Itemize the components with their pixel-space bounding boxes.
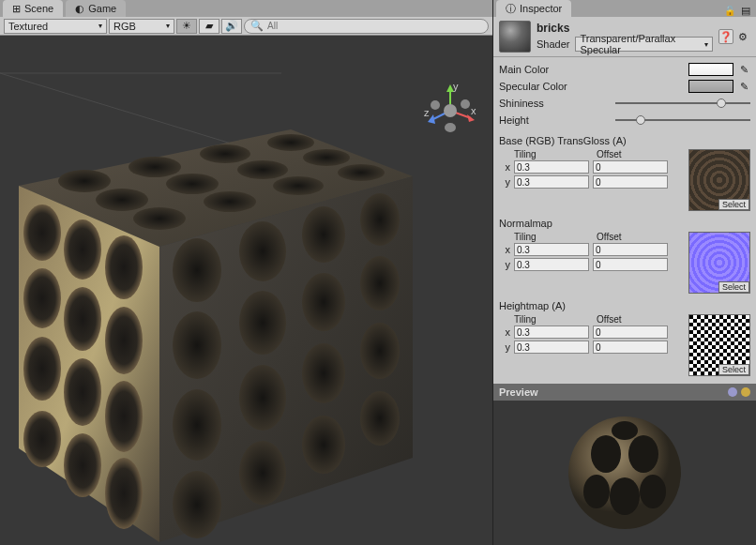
height-texture-slot[interactable]: Select bbox=[688, 314, 750, 376]
svg-point-30 bbox=[173, 238, 221, 302]
svg-point-19 bbox=[64, 220, 101, 280]
svg-text:y: y bbox=[453, 83, 459, 92]
svg-point-34 bbox=[173, 311, 221, 379]
axis-x: x bbox=[499, 244, 510, 255]
svg-point-22 bbox=[64, 287, 101, 351]
normal-tiling-y[interactable] bbox=[514, 258, 589, 271]
orientation-gizmo[interactable]: y x z bbox=[422, 83, 478, 139]
material-header: bricks Shader Transparent/Parallax Specu… bbox=[493, 17, 756, 57]
base-offset-y[interactable] bbox=[593, 175, 668, 189]
specular-color-label: Specular Color bbox=[499, 81, 612, 92]
height-offset-y[interactable] bbox=[593, 341, 668, 354]
svg-point-18 bbox=[23, 204, 61, 261]
settings-button[interactable]: ⚙ bbox=[735, 29, 750, 44]
grid-icon: ⊞ bbox=[12, 3, 21, 15]
svg-point-9 bbox=[267, 134, 314, 151]
svg-point-27 bbox=[23, 411, 61, 467]
lock-icon[interactable]: 🔓 bbox=[724, 6, 735, 16]
svg-point-11 bbox=[166, 174, 219, 194]
svg-point-41 bbox=[360, 323, 400, 379]
height-tiling-y[interactable] bbox=[514, 341, 589, 354]
svg-point-8 bbox=[200, 144, 250, 163]
material-properties: Main Color ✎ Specular Color ✎ Shininess … bbox=[493, 57, 756, 384]
inspector-tab-label: Inspector bbox=[520, 3, 562, 14]
axis-x: x bbox=[499, 326, 510, 338]
svg-point-12 bbox=[237, 160, 288, 179]
base-tiling-y[interactable] bbox=[514, 175, 589, 189]
base-tex-label: Base (RGB) TransGloss (A) bbox=[499, 132, 750, 149]
inspector-tab[interactable]: ⓘ Inspector bbox=[496, 0, 571, 17]
chevron-down-icon: ▾ bbox=[166, 22, 170, 30]
main-color-swatch[interactable] bbox=[688, 63, 733, 76]
context-menu-icon[interactable]: ▤ bbox=[741, 5, 750, 17]
svg-point-61 bbox=[628, 435, 658, 473]
svg-point-15 bbox=[204, 191, 256, 212]
preview-label: Preview bbox=[499, 386, 538, 398]
render-mode-dropdown[interactable]: Textured ▾ bbox=[4, 19, 107, 34]
svg-point-21 bbox=[23, 268, 61, 328]
material-thumb bbox=[499, 21, 531, 53]
svg-point-24 bbox=[23, 337, 61, 401]
svg-point-29 bbox=[105, 458, 143, 529]
eyedropper-icon: ✎ bbox=[740, 64, 748, 76]
normal-texture-slot[interactable]: Select bbox=[688, 232, 750, 294]
svg-point-26 bbox=[105, 381, 143, 452]
skybox-toggle[interactable]: ▰ bbox=[199, 19, 219, 34]
svg-point-57 bbox=[431, 100, 440, 110]
svg-point-7 bbox=[129, 157, 181, 177]
svg-point-25 bbox=[64, 358, 101, 426]
svg-point-10 bbox=[96, 189, 148, 211]
search-input[interactable] bbox=[267, 21, 482, 31]
lighting-toggle[interactable]: ☀ bbox=[176, 19, 197, 34]
normal-offset-y[interactable] bbox=[593, 258, 668, 271]
normal-select-button[interactable]: Select bbox=[718, 281, 749, 293]
svg-point-42 bbox=[173, 471, 221, 538]
eyedropper-button[interactable]: ✎ bbox=[737, 63, 750, 76]
height-slider[interactable] bbox=[615, 114, 750, 127]
svg-point-13 bbox=[303, 149, 350, 166]
svg-point-65 bbox=[612, 421, 638, 440]
audio-toggle[interactable]: 🔊 bbox=[221, 19, 242, 34]
preview-sphere-button[interactable] bbox=[728, 387, 737, 397]
base-offset-x[interactable] bbox=[593, 160, 668, 174]
offset-header: Offset bbox=[597, 314, 679, 325]
eyedropper-button[interactable]: ✎ bbox=[737, 80, 750, 93]
shader-dropdown[interactable]: Transparent/Parallax Specular ▾ bbox=[575, 37, 713, 52]
base-select-button[interactable]: Select bbox=[718, 199, 749, 210]
scene-tab[interactable]: ⊞ Scene bbox=[3, 0, 63, 17]
height-tex-label: Heightmap (A) bbox=[499, 297, 750, 314]
svg-point-55 bbox=[444, 104, 457, 117]
search-field[interactable]: 🔍 bbox=[244, 19, 489, 34]
main-color-label: Main Color bbox=[499, 64, 612, 75]
svg-point-20 bbox=[105, 235, 143, 299]
axis-y: y bbox=[499, 176, 510, 188]
normal-offset-x[interactable] bbox=[593, 243, 668, 256]
help-button[interactable]: ❓ bbox=[718, 29, 733, 44]
svg-point-44 bbox=[302, 416, 345, 474]
book-icon: ❓ bbox=[719, 31, 733, 43]
shininess-label: Shininess bbox=[499, 98, 612, 109]
svg-point-40 bbox=[302, 343, 345, 403]
preview-viewport[interactable] bbox=[493, 401, 756, 545]
shininess-slider[interactable] bbox=[615, 97, 750, 110]
base-texture-slot[interactable]: Select bbox=[688, 149, 750, 211]
chevron-down-icon: ▾ bbox=[704, 40, 708, 49]
height-label: Height bbox=[499, 114, 612, 126]
preview-header[interactable]: Preview bbox=[493, 384, 756, 401]
svg-point-14 bbox=[133, 207, 186, 230]
shader-label: Shader bbox=[537, 38, 569, 50]
height-offset-x[interactable] bbox=[593, 325, 668, 339]
scene-viewport[interactable]: y x z bbox=[0, 36, 492, 545]
svg-point-36 bbox=[302, 273, 345, 331]
channel-dropdown[interactable]: RGB ▾ bbox=[109, 19, 174, 34]
offset-header: Offset bbox=[597, 232, 679, 242]
game-tab[interactable]: ◐ Game bbox=[66, 0, 126, 17]
base-tiling-x[interactable] bbox=[514, 160, 589, 174]
preview-light-button[interactable] bbox=[741, 387, 750, 397]
svg-point-33 bbox=[360, 193, 400, 246]
axis-x: x bbox=[499, 161, 510, 173]
height-select-button[interactable]: Select bbox=[718, 364, 749, 375]
height-tiling-x[interactable] bbox=[514, 325, 589, 339]
specular-color-swatch[interactable] bbox=[688, 80, 733, 93]
normal-tiling-x[interactable] bbox=[514, 243, 589, 256]
